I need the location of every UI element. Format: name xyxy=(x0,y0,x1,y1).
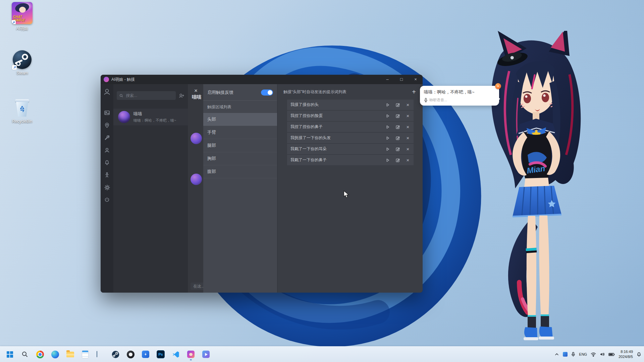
delete-prompt-button[interactable]: × xyxy=(405,113,411,119)
notepad-button[interactable] xyxy=(79,348,92,361)
edit-prompt-button[interactable] xyxy=(395,146,401,152)
play-prompt-button[interactable] xyxy=(385,135,391,141)
ai-waifu-app-button[interactable] xyxy=(184,348,197,361)
chat-list-item[interactable]: 喵喵 喵喵：啊哈，不疼吧，喵~ xyxy=(113,109,188,125)
chat-name: 喵喵 xyxy=(133,111,176,117)
file-explorer-button[interactable] xyxy=(64,348,76,361)
blue-tool-app-button[interactable] xyxy=(139,348,152,361)
github-icon xyxy=(127,351,135,358)
steam-button[interactable] xyxy=(109,348,122,361)
gesture-figure-icon[interactable] xyxy=(103,171,111,179)
edit-prompt-button[interactable] xyxy=(395,124,401,130)
delete-prompt-button[interactable]: × xyxy=(405,102,411,108)
prompt-text: 我戳了一下你的鼻子 xyxy=(290,157,327,163)
edit-prompt-button[interactable] xyxy=(395,157,401,163)
search-icon xyxy=(119,94,123,98)
play-prompt-button[interactable] xyxy=(385,102,391,108)
edge-button[interactable] xyxy=(49,348,61,361)
region-item-head[interactable]: 头部 xyxy=(203,113,277,126)
power-icon[interactable] xyxy=(103,196,111,203)
enable-touch-label: 启用触摸反馈 xyxy=(207,89,233,96)
edit-prompt-button[interactable] xyxy=(395,102,401,108)
vscode-button[interactable] xyxy=(169,348,182,361)
chevron-up-icon[interactable] xyxy=(554,352,559,356)
region-item-chest[interactable]: 胸部 xyxy=(203,152,277,165)
window-body: 喵喵 喵喵：啊哈，不疼吧，喵~ 喵喵 在这... × 启用触摸反馈 xyxy=(101,84,423,293)
shortcut-arrow-badge xyxy=(12,65,17,70)
desktop-icon-label: AI萌娘 xyxy=(16,26,28,32)
delete-prompt-button[interactable]: × xyxy=(405,146,411,152)
desktop: CHATWAIFU! AI萌娘 Steam xyxy=(0,0,644,362)
prompt-row: 我捏了捏你的鼻子 × xyxy=(287,122,414,132)
window-titlebar[interactable]: AI萌娘 - 触摸 – □ × xyxy=(101,75,423,84)
minimize-button[interactable]: – xyxy=(380,75,394,84)
clock[interactable]: 8:16:49 2024/8/5 xyxy=(619,349,633,359)
notepad-icon xyxy=(82,351,88,358)
wifi-icon[interactable] xyxy=(591,352,596,357)
delete-prompt-button[interactable]: × xyxy=(405,124,411,130)
photoshop-button[interactable]: Ps xyxy=(154,348,167,361)
tray-microphone-icon[interactable] xyxy=(571,352,575,357)
play-prompt-button[interactable] xyxy=(385,124,391,130)
overlay-close-button[interactable]: × xyxy=(192,87,200,95)
touch-settings-panel: 启用触摸反馈 触摸区域列表 头部 手臂 腿部 胸部 腹部 xyxy=(203,84,277,293)
settings-gear-icon[interactable] xyxy=(103,184,111,191)
region-item-belly[interactable]: 腹部 xyxy=(203,165,277,178)
profile-icon[interactable] xyxy=(103,88,111,96)
desktop-icon-recycle-bin[interactable]: RecycleBin xyxy=(5,98,40,124)
prompt-row: 我戳了一下你的鼻子 × xyxy=(287,155,414,165)
blue-tool-app-icon xyxy=(142,351,149,358)
chrome-button[interactable] xyxy=(34,348,46,361)
anime-character[interactable]: Mian xyxy=(469,31,590,349)
delete-prompt-button[interactable]: × xyxy=(405,157,411,163)
edit-prompt-button[interactable] xyxy=(395,113,401,119)
search-box[interactable] xyxy=(117,91,176,100)
windows-logo-icon xyxy=(7,351,13,358)
tray-time: 8:16:49 xyxy=(619,349,633,354)
bubble-close-button[interactable]: × xyxy=(495,83,501,89)
region-item-leg[interactable]: 腿部 xyxy=(203,139,277,152)
media-app-icon xyxy=(202,351,210,358)
play-prompt-button[interactable] xyxy=(385,157,391,163)
wrench-icon[interactable] xyxy=(103,134,111,141)
volume-icon[interactable] xyxy=(600,352,605,357)
location-pin-icon[interactable] xyxy=(103,122,111,129)
start-button[interactable] xyxy=(3,348,16,361)
monitor-icon xyxy=(97,351,104,357)
language-indicator[interactable]: ENG xyxy=(579,352,587,356)
system-tray: ENG 8:16:49 2024/8/5 xyxy=(554,347,641,362)
delete-prompt-button[interactable]: × xyxy=(405,135,411,141)
edit-prompt-button[interactable] xyxy=(395,135,401,141)
battery-icon[interactable] xyxy=(608,353,615,356)
play-prompt-button[interactable] xyxy=(385,113,391,119)
edge-icon xyxy=(51,351,59,358)
desktop-icon-ai-waifu[interactable]: CHATWAIFU! AI萌娘 xyxy=(5,2,40,32)
notification-bell-icon[interactable] xyxy=(637,352,641,357)
chat-input[interactable]: 在这... xyxy=(191,283,203,290)
bell-icon[interactable] xyxy=(103,159,111,166)
region-item-arm[interactable]: 手臂 xyxy=(203,126,277,139)
taskbar-search-button[interactable] xyxy=(18,348,31,361)
touch-feedback-toggle[interactable] xyxy=(261,89,273,96)
add-prompt-button[interactable]: + xyxy=(411,89,417,95)
this-pc-button[interactable] xyxy=(94,348,107,361)
close-button[interactable]: × xyxy=(409,75,423,84)
play-prompt-button[interactable] xyxy=(385,146,391,152)
search-input[interactable] xyxy=(125,93,173,98)
prompt-row: 我摸了摸你的头 × xyxy=(287,100,414,110)
window-title: AI萌娘 - 触摸 xyxy=(111,77,135,82)
chat-list-panel: 喵喵 喵喵：啊哈，不疼吧，喵~ xyxy=(113,84,188,293)
prompt-text: 我捏了捏你的鼻子 xyxy=(290,124,323,130)
ai-waifu-icon: CHATWAIFU! xyxy=(12,2,33,24)
contact-icon[interactable] xyxy=(103,146,111,154)
prompt-text: 我戳了一下你的耳朵 xyxy=(290,146,327,152)
media-app-button[interactable] xyxy=(200,348,212,361)
add-contact-icon[interactable] xyxy=(178,93,184,98)
chat-avatar xyxy=(118,111,130,123)
github-button[interactable] xyxy=(124,348,137,361)
gallery-icon[interactable] xyxy=(103,109,111,117)
prompt-list: 我摸了摸你的头 × 我捏了捏你的脸蛋 × xyxy=(277,98,423,165)
tray-app-icon[interactable] xyxy=(563,352,568,357)
maximize-button[interactable]: □ xyxy=(394,75,409,84)
desktop-icon-steam[interactable]: Steam xyxy=(5,50,40,75)
